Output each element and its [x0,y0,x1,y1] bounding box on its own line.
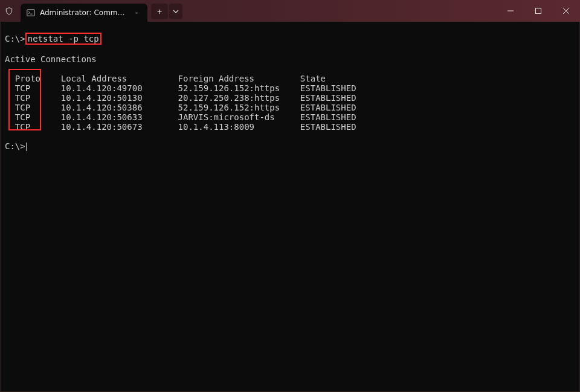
tab-title: Administrator: Command Pro [40,8,127,17]
tab-close-button[interactable] [132,8,141,18]
svg-rect-5 [536,8,541,14]
titlebar-drag-region[interactable] [182,0,497,22]
maximize-button[interactable] [524,0,552,22]
system-menu-icon[interactable] [0,0,18,22]
profile-dropdown-button[interactable] [169,4,182,19]
terminal-output[interactable]: C:\>netstat -p tcp Active Connections Pr… [0,22,580,392]
svg-rect-0 [27,10,34,16]
new-tab-group: + [147,0,182,22]
connections-list: TCP 10.1.4.120:49700 52.159.126.152:http… [5,83,356,132]
minimize-button[interactable] [497,0,524,22]
section-title: Active Connections [5,54,97,64]
terminal-icon [27,8,35,17]
tab-strip: Administrator: Command Pro [18,0,147,22]
tab-active[interactable]: Administrator: Command Pro [21,4,147,22]
caret [26,143,27,151]
prompt: C:\> [5,34,25,43]
window-frame: Administrator: Command Pro + [0,0,580,392]
highlighted-command: netstat -p tcp [25,33,102,45]
titlebar: Administrator: Command Pro + [0,0,580,22]
close-button[interactable] [552,0,580,22]
prompt: C:\> [5,141,25,151]
window-controls [497,0,580,22]
headers-row: Proto Local Address Foreign Address Stat… [5,74,575,83]
new-tab-button[interactable]: + [151,4,168,19]
